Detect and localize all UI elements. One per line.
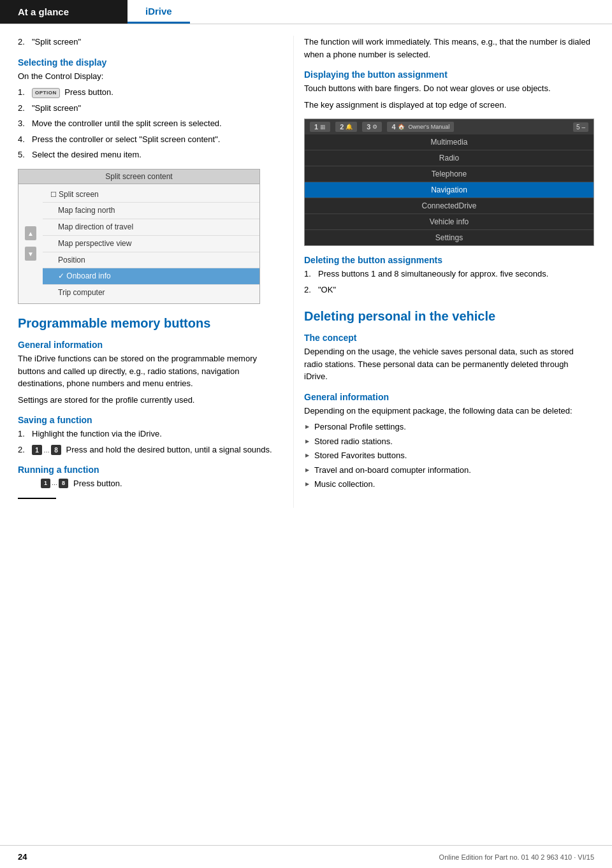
press-icon: 1 … 8 (41, 479, 68, 488)
btn-tab-3[interactable]: 3 ⚙ (362, 122, 382, 132)
btn-assignment-mockup: 1 ▦ 2 🔔 3 ⚙ 4 🏠 Owner's Manual 5 – (304, 119, 594, 246)
mockup-menu: Split screen Map facing north Map direct… (43, 184, 259, 304)
btn-tab-1[interactable]: 1 ▦ (310, 122, 330, 132)
main-content: 2. "Split screen" Selecting the display … (0, 24, 612, 508)
step-2: 2. "Split screen" (18, 102, 280, 115)
header-tab-at-a-glance[interactable]: At a glance (0, 0, 127, 24)
displaying-title: Displaying the button assignment (304, 69, 594, 80)
saving-step-1: 1. Highlight the function via the iDrive… (18, 428, 280, 440)
step-4: 4. Press the controller or select "Split… (18, 133, 280, 146)
ba-item-telephone[interactable]: Telephone (305, 166, 594, 182)
list-item: Personal Profile settings. (304, 421, 594, 433)
step-num: 2. (304, 284, 318, 296)
split-screen-mockup: Split screen content ▲ ▼ Split screen Ma… (18, 169, 260, 305)
del-step-2: 2. "OK" (304, 284, 594, 296)
ba-item-multimedia[interactable]: Multimedia (305, 134, 594, 150)
btn-tab-5[interactable]: 5 – (573, 122, 588, 132)
function-text: The function will work immediately. This… (304, 36, 594, 61)
num-squares-icon: 1 … 8 (32, 445, 61, 455)
step-1: 1. OPTION Press button. (18, 86, 280, 99)
ba-item-navigation[interactable]: Navigation (305, 182, 594, 198)
btn-assignment-menu: Multimedia Radio Telephone Navigation Co… (305, 134, 594, 245)
mockup-nav: ▲ ▼ (18, 184, 43, 304)
ba-item-radio[interactable]: Radio (305, 150, 594, 166)
ba-item-settings[interactable]: Settings (305, 230, 594, 245)
bullet-list: Personal Profile settings. Stored radio … (304, 421, 594, 491)
option-icon: OPTION (32, 88, 60, 98)
general-info-text1: The iDrive functions can be stored on th… (18, 352, 280, 390)
saving-subtitle: Saving a function (18, 415, 280, 425)
footer: 24 Online Edition for Part no. 01 40 2 9… (0, 845, 612, 868)
concept-subtitle: The concept (304, 333, 594, 343)
step-text: OPTION Press button. (32, 86, 280, 99)
ba-item-vehicle-info[interactable]: Vehicle info (305, 214, 594, 230)
menu-item[interactable]: Trip computer (43, 285, 259, 301)
step-num: 1. (18, 86, 32, 99)
sq-8: 8 (51, 445, 61, 455)
menu-item[interactable]: Split screen (43, 187, 259, 203)
left-column: 2. "Split screen" Selecting the display … (0, 36, 293, 508)
displaying-text2: The key assignment is displayed at top e… (304, 99, 594, 112)
selecting-display-intro: On the Control Display: (18, 70, 280, 83)
list-item: Music collection. (304, 478, 594, 491)
step-3: 3. Move the controller until the split s… (18, 117, 280, 130)
press-sq-1: 1 (41, 479, 50, 488)
step-num: 4. (18, 133, 32, 146)
nav-arrow-down[interactable]: ▼ (25, 247, 36, 261)
step-num: 2. (18, 102, 32, 115)
menu-item[interactable]: Position (43, 252, 259, 269)
list-item: Stored radio stations. (304, 435, 594, 448)
running-subtitle: Running a function (18, 465, 280, 475)
menu-item[interactable]: Map perspective view (43, 236, 259, 252)
gen-info-text: Depending on the equipment package, the … (304, 405, 594, 417)
btn-tabs-row: 1 ▦ 2 🔔 3 ⚙ 4 🏠 Owner's Manual 5 – (305, 119, 594, 134)
menu-item[interactable]: Map direction of travel (43, 219, 259, 236)
press-sq-8: 8 (59, 479, 68, 488)
ba-item-connecteddrive[interactable]: ConnectedDrive (305, 198, 594, 214)
menu-item-onboard[interactable]: ✓ Onboard info (43, 268, 259, 285)
step-num: 2. (18, 444, 32, 456)
del-step-1: 1. Press buttons 1 and 8 simultaneously … (304, 268, 594, 280)
item-num: 2. (18, 36, 32, 48)
list-item: Travel and on-board comupter information… (304, 464, 594, 477)
nav-arrow-up[interactable]: ▲ (25, 226, 36, 240)
running-step-1: 1 … 8 Press button. (18, 477, 280, 493)
step-num: 5. (18, 148, 32, 161)
general-info-text2: Settings are stored for the profile curr… (18, 394, 280, 407)
step-5: 5. Select the desired menu item. (18, 148, 280, 161)
header-tab-idrive[interactable]: iDrive (127, 0, 190, 24)
page-number: 24 (18, 852, 27, 862)
concept-text: Depending on the usage, the vehicle save… (304, 345, 594, 383)
displaying-text1: Touch buttons with bare fingers. Do not … (304, 82, 594, 95)
btn-tab-2[interactable]: 2 🔔 (335, 122, 357, 132)
sq-1: 1 (32, 445, 42, 455)
deleting-personal-title: Deleting personal in the vehicle (304, 308, 594, 324)
divider (18, 498, 56, 499)
list-item: Stored Favorites buttons. (304, 449, 594, 462)
gen-info-subtitle: General information (304, 392, 594, 402)
header: At a glance iDrive (0, 0, 612, 24)
saving-step-2: 2. 1 … 8 Press and hold the desired butt… (18, 444, 280, 456)
selecting-display-title: Selecting the display (18, 57, 280, 68)
btn-tab-4[interactable]: 4 🏠 Owner's Manual (387, 122, 454, 132)
right-column: The function will work immediately. This… (293, 36, 612, 508)
mockup-body: ▲ ▼ Split screen Map facing north Map di… (18, 184, 259, 304)
programmable-memory-title: Programmable memory buttons (18, 315, 280, 331)
deleting-assignment-title: Deleting the button assignments (304, 255, 594, 265)
step-num: 1. (304, 268, 318, 280)
step-num: 3. (18, 117, 32, 130)
mockup-title: Split screen content (18, 170, 259, 184)
step-num: 1. (18, 428, 32, 440)
footer-text: Online Edition for Part no. 01 40 2 963 … (439, 853, 594, 861)
menu-item[interactable]: Map facing north (43, 203, 259, 219)
general-info-subtitle: General information (18, 340, 280, 350)
split-screen-item-2: 2. "Split screen" (18, 36, 280, 48)
